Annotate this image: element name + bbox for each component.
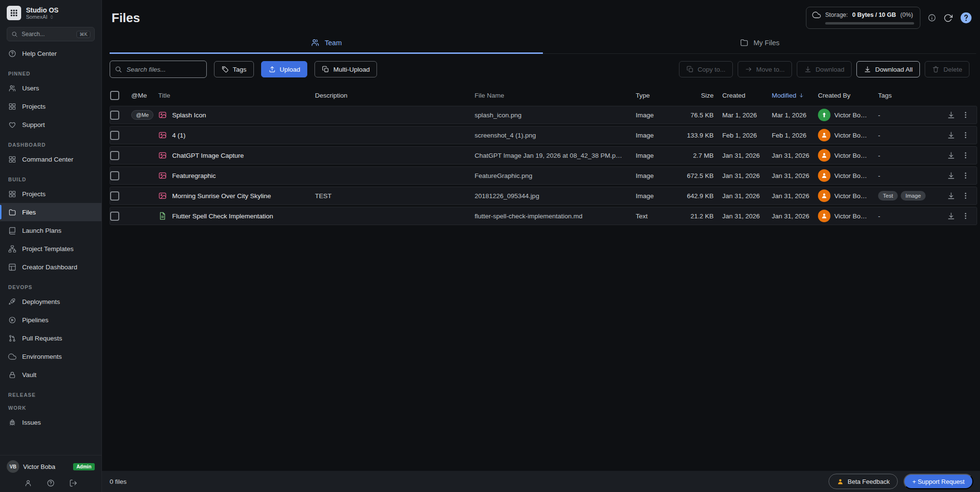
- file-title[interactable]: Splash Icon: [172, 112, 206, 119]
- move-to-button[interactable]: Move to...: [738, 61, 792, 77]
- row-cell-created: Jan 31, 2026: [722, 152, 772, 159]
- sidebar-item-pull-requests[interactable]: Pull Requests: [0, 329, 101, 347]
- row-checkbox[interactable]: [110, 212, 119, 221]
- sidebar-item-issues[interactable]: Issues: [0, 413, 101, 431]
- row-kebab-menu-icon[interactable]: [961, 171, 970, 180]
- info-icon[interactable]: [928, 13, 936, 22]
- row-checkbox[interactable]: [110, 151, 119, 160]
- sidebar-item-support[interactable]: Support: [0, 115, 101, 134]
- file-title[interactable]: Morning Sunrise Over City Skyline: [172, 192, 271, 200]
- header-cell-filename[interactable]: File Name: [475, 92, 636, 99]
- row-cell-type: Text: [636, 213, 679, 220]
- download-icon: [804, 65, 812, 73]
- row-checkbox[interactable]: [110, 131, 119, 140]
- workspace-switcher[interactable]: SomexAI: [26, 14, 59, 20]
- sidebar-item-command-center[interactable]: Command Center: [0, 150, 101, 168]
- help-circle-icon[interactable]: [47, 479, 55, 487]
- tags-button[interactable]: Tags: [214, 61, 254, 77]
- header-cell-description[interactable]: Description: [315, 92, 475, 99]
- sidebar-item-help-center[interactable]: Help Center: [0, 44, 101, 63]
- sidebar-search[interactable]: Search... ⌘K: [7, 27, 95, 41]
- row-checkbox[interactable]: [110, 111, 119, 120]
- upload-button[interactable]: Upload: [261, 61, 308, 77]
- header-right-cluster: Storage: 0 Bytes / 10 GB (0%): [806, 7, 972, 29]
- row-cell-check: [110, 111, 131, 120]
- tab-my-files[interactable]: My Files: [543, 33, 976, 54]
- row-cell-filename: FeatureGraphic.png: [475, 172, 636, 179]
- row-kebab-menu-icon[interactable]: [961, 111, 970, 119]
- copy-to-button[interactable]: Copy to...: [679, 61, 733, 77]
- row-kebab-menu-icon[interactable]: [961, 191, 970, 200]
- row-kebab-menu-icon[interactable]: [961, 151, 970, 160]
- sidebar-item-deployments[interactable]: Deployments: [0, 292, 101, 311]
- row-cell-atme: @Me: [131, 110, 158, 120]
- storage-text-row: Storage: 0 Bytes / 10 GB (0%): [812, 11, 914, 19]
- header-cell-created[interactable]: Created: [722, 92, 772, 99]
- multi-upload-button[interactable]: Multi-Upload: [314, 61, 377, 77]
- table-row: 4 (1) screenshot_4 (1).png Image 133.9 K…: [110, 126, 977, 144]
- select-all-checkbox[interactable]: [110, 91, 119, 100]
- tab-team[interactable]: Team: [110, 33, 543, 54]
- file-search-input[interactable]: [110, 61, 207, 78]
- header-cell-title[interactable]: Title: [158, 92, 315, 99]
- row-checkbox[interactable]: [110, 171, 119, 180]
- row-checkbox[interactable]: [110, 191, 119, 201]
- header-cell-createdby[interactable]: Created By: [818, 92, 878, 99]
- beta-feedback-button[interactable]: Beta Feedback: [829, 474, 898, 489]
- row-cell-modified: Jan 31, 2026: [772, 172, 818, 179]
- image-file-icon: [158, 151, 167, 160]
- header-cell-tags[interactable]: Tags: [878, 92, 926, 99]
- app-logo[interactable]: [7, 6, 21, 20]
- support-request-button[interactable]: + Support Request: [904, 474, 973, 489]
- download-button[interactable]: Download: [797, 61, 852, 77]
- sidebar-item-users[interactable]: Users: [0, 79, 101, 97]
- file-title[interactable]: Flutter Spell Check Implementation: [172, 213, 273, 220]
- row-download-icon[interactable]: [947, 191, 955, 200]
- row-kebab-menu-icon[interactable]: [961, 212, 970, 220]
- row-download-icon[interactable]: [947, 111, 955, 119]
- row-download-icon[interactable]: [947, 151, 955, 160]
- sidebar-item-launch-plans[interactable]: Launch Plans: [0, 221, 101, 240]
- sidebar-item-vault[interactable]: Vault: [0, 366, 101, 384]
- download-all-button[interactable]: Download All: [856, 61, 920, 77]
- row-cell-filename: screenshot_4 (1).png: [475, 132, 636, 139]
- sidebar-item-projects[interactable]: Projects: [0, 185, 101, 203]
- tags-placeholder: -: [878, 112, 880, 119]
- header-cell-type[interactable]: Type: [636, 92, 679, 99]
- file-title[interactable]: ChatGPT Image Capture: [172, 152, 244, 159]
- file-title[interactable]: Featuregraphic: [172, 172, 216, 179]
- sidebar-item-projects-pinned[interactable]: Projects: [0, 97, 101, 115]
- avatar-arrow-up-icon: [821, 112, 828, 118]
- sidebar-item-label: Deployments: [22, 298, 60, 305]
- sidebar-item-project-templates[interactable]: Project Templates: [0, 240, 101, 258]
- row-kebab-menu-icon[interactable]: [961, 131, 970, 139]
- sidebar-item-files[interactable]: Files: [0, 203, 101, 221]
- creator-avatar: [818, 189, 830, 202]
- help-badge-icon[interactable]: [960, 12, 972, 24]
- row-download-icon[interactable]: [947, 171, 955, 180]
- sidebar-item-label: Project Templates: [22, 245, 74, 252]
- user-avatar: VB: [7, 460, 19, 473]
- header-cell-modified[interactable]: Modified: [772, 92, 818, 99]
- logout-icon[interactable]: [69, 479, 77, 487]
- workspace-name: SomexAI: [26, 14, 48, 20]
- sidebar-item-pipelines[interactable]: Pipelines: [0, 311, 101, 329]
- brand: Studio OS SomexAI: [7, 6, 95, 20]
- row-download-icon[interactable]: [947, 212, 955, 220]
- refresh-icon[interactable]: [943, 13, 953, 23]
- file-title[interactable]: 4 (1): [172, 132, 186, 139]
- header-cell-atme[interactable]: @Me: [131, 92, 158, 99]
- grid-icon: [8, 102, 16, 111]
- row-download-icon[interactable]: [947, 131, 955, 139]
- sidebar-item-environments[interactable]: Environments: [0, 347, 101, 366]
- row-cell-created: Mar 1, 2026: [722, 112, 772, 119]
- profile-icon[interactable]: [24, 479, 32, 487]
- tags-placeholder: -: [878, 132, 880, 139]
- row-cell-tags: -: [878, 213, 926, 220]
- user-row[interactable]: VB Victor Boba Admin: [7, 460, 95, 473]
- sidebar-item-creator-dashboard[interactable]: Creator Dashboard: [0, 258, 101, 276]
- creator-avatar: [818, 169, 830, 182]
- delete-button[interactable]: Delete: [925, 61, 969, 77]
- header-cell-size[interactable]: Size: [679, 92, 722, 99]
- sidebar-item-label: Creator Dashboard: [22, 264, 77, 271]
